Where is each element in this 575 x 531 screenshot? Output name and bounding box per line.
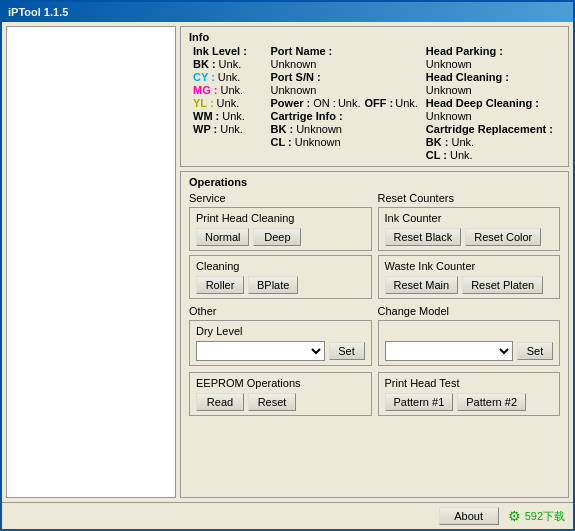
print-head-cleaning-btn-row: Normal Deep [196,228,365,246]
power-on-label: ON : [313,97,336,109]
cart-cl-row: CL : Unknown [271,136,418,148]
cart-cl-label: CL : [271,136,292,148]
other-column: Other Dry Level Low Medium High Set [189,305,372,366]
main-window: iPTool 1.1.5 Info Ink Level : BK : Unk. [0,0,575,531]
cart-rep-cl-row: CL : Unk. [426,149,556,161]
dry-level-box: Dry Level Low Medium High Set [189,320,372,366]
head-deep-cleaning-label: Head Deep Cleaning : [426,97,539,109]
waste-ink-counter-box: Waste Ink Counter Reset Main Reset Plate… [378,255,561,299]
print-head-test-btn-row: Pattern #1 Pattern #2 [385,393,554,411]
port-name-value: Unknown [271,58,317,70]
dry-level-set-button[interactable]: Set [329,342,365,360]
reset-black-button[interactable]: Reset Black [385,228,462,246]
change-model-row: Set [385,341,554,361]
print-head-test-column: Print Head Test Pattern #1 Pattern #2 [378,372,561,416]
bplate-button[interactable]: BPlate [248,276,298,294]
roller-button[interactable]: Roller [196,276,244,294]
cart-bk-value: Unknown [296,123,342,135]
bk-value: Unk. [219,58,242,70]
power-label-row: Power : ON : Unk. OFF : Unk. [271,97,418,109]
bk-row: BK : Unk. [193,58,263,70]
eeprom-box: EEPROM Operations Read Reset [189,372,372,416]
reset-main-button[interactable]: Reset Main [385,276,459,294]
wm-value: Unk. [222,110,245,122]
port-name-label: Port Name : [271,45,333,57]
head-deep-cleaning-value: Unknown [426,110,472,122]
power-on-value: Unk. [338,97,361,109]
left-panel [6,26,176,498]
wp-value: Unk. [220,123,243,135]
cart-rep-cl-value: Unk. [450,149,473,161]
service-title: Service [189,192,372,204]
power-off-label: OFF : [365,97,394,109]
pattern2-button[interactable]: Pattern #2 [457,393,526,411]
port-sn-value: Unknown [271,84,317,96]
cy-row: CY : Unk. [193,71,263,83]
print-head-test-title: Print Head Test [385,377,554,389]
bk-label: BK : [193,58,216,70]
change-model-select[interactable] [385,341,514,361]
right-panel: Info Ink Level : BK : Unk. CY : Un [180,26,569,498]
deep-button[interactable]: Deep [253,228,301,246]
dry-level-row: Low Medium High Set [196,341,365,361]
port-name-val-row: Unknown [271,58,418,70]
dry-level-select[interactable]: Low Medium High [196,341,325,361]
wp-label: WP : [193,123,217,135]
right-other-column: Change Model . Set [378,305,561,366]
head-deep-cleaning-val-row: Unknown [426,110,556,122]
cart-bk-row: BK : Unknown [271,123,418,135]
port-sn-label-row: Port S/N : [271,71,418,83]
reset-counters-column: Reset Counters Ink Counter Reset Black R… [378,192,561,299]
print-head-cleaning-title: Print Head Cleaning [196,212,365,224]
info-title: Info [189,31,560,43]
ink-counter-btn-row: Reset Black Reset Color [385,228,554,246]
pattern1-button[interactable]: Pattern #1 [385,393,454,411]
watermark-text: 592下载 [525,509,565,524]
port-sn-label: Port S/N : [271,71,321,83]
cart-info-label: Cartrige Info : [271,110,343,122]
reset-counters-title: Reset Counters [378,192,561,204]
eeprom-reset-button[interactable]: Reset [248,393,296,411]
ink-level-label: Ink Level : [193,45,247,57]
yl-row: YL : Unk. [193,97,263,109]
cart-replacement-label: Cartridge Replacement : [426,123,553,135]
power-off-value: Unk. [395,97,418,109]
mg-row: MG : Unk. [193,84,263,96]
change-model-box: . Set [378,320,561,366]
waste-ink-counter-title: Waste Ink Counter [385,260,554,272]
yl-value: Unk. [217,97,240,109]
cy-value: Unk. [218,71,241,83]
cart-rep-bk-row: BK : Unk. [426,136,556,148]
cart-bk-label: BK : [271,123,294,135]
cleaning-title: Cleaning [196,260,365,272]
info-grid: Ink Level : BK : Unk. CY : Unk. MG : U [189,45,560,162]
gear-icon: ⚙ [507,508,523,524]
eeprom-read-button[interactable]: Read [196,393,244,411]
cleaning-btn-row: Roller BPlate [196,276,365,294]
yl-label: YL : [193,97,214,109]
ink-level-row: Ink Level : [193,45,263,57]
reset-color-button[interactable]: Reset Color [465,228,541,246]
change-model-set-button[interactable]: Set [517,342,553,360]
ink-counter-title: Ink Counter [385,212,554,224]
other-title: Other [189,305,372,317]
operations-grid: Service Print Head Cleaning Normal Deep … [189,192,560,416]
port-sn-val-row: Unknown [271,84,418,96]
watermark: ⚙ 592下载 [507,508,565,524]
cart-info-label-row: Cartrige Info : [271,110,418,122]
mg-value: Unk. [220,84,243,96]
cy-label: CY : [193,71,215,83]
wm-label: WM : [193,110,219,122]
reset-platen-button[interactable]: Reset Platen [462,276,543,294]
dry-level-title: Dry Level [196,325,365,337]
normal-button[interactable]: Normal [196,228,249,246]
wm-row: WM : Unk. [193,110,263,122]
cart-rep-bk-label: BK : [426,136,449,148]
ink-counter-box: Ink Counter Reset Black Reset Color [378,207,561,251]
about-button[interactable]: About [439,507,499,525]
head-cleaning-value: Unknown [426,84,472,96]
window-title: iPTool 1.1.5 [8,6,68,18]
print-head-test-box: Print Head Test Pattern #1 Pattern #2 [378,372,561,416]
operations-title: Operations [189,176,560,188]
port-name-label-row: Port Name : [271,45,418,57]
